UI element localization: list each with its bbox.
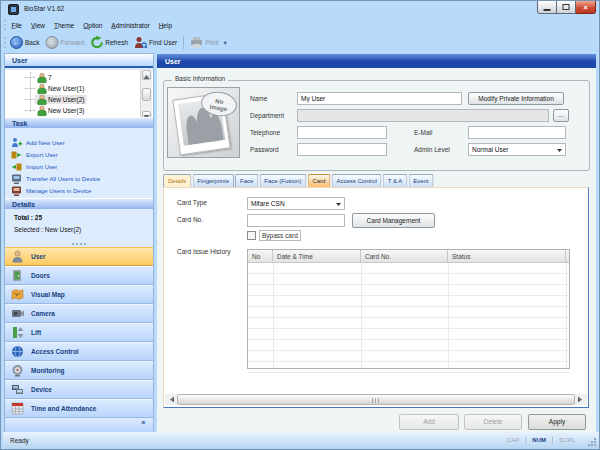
tree-scroll-thumb[interactable]	[142, 88, 151, 101]
nav-monitoring[interactable]: Monitoring	[5, 361, 153, 380]
bypass-card-checkbox[interactable]	[247, 231, 256, 240]
tree-item-new-user-2[interactable]: New User(2)	[5, 94, 86, 105]
task-transfer-all-users[interactable]: Transfer All Users to Device	[11, 173, 100, 185]
refresh-button[interactable]: Refresh	[87, 34, 131, 51]
tab-face-fusion[interactable]: Face (Fusion)	[259, 174, 306, 187]
maximize-button[interactable]	[557, 1, 576, 14]
toolbar-overflow-icon[interactable]: ▾	[224, 39, 227, 47]
menu-help[interactable]: Help	[154, 19, 176, 31]
tab-face[interactable]: Face	[235, 174, 258, 187]
delete-button[interactable]: Delete	[464, 414, 522, 430]
nav-overflow-icon[interactable]: »	[141, 419, 145, 427]
name-input[interactable]	[297, 92, 462, 105]
add-button[interactable]: Add	[399, 414, 459, 430]
add-user-icon	[11, 138, 22, 149]
task-add-new-user[interactable]: Add New User	[11, 137, 65, 149]
monitoring-icon	[11, 364, 24, 377]
card-type-label: Card Type	[177, 199, 207, 207]
password-label: Password	[250, 143, 279, 156]
selected-label: Selected : New User(2)	[14, 226, 81, 234]
menu-option[interactable]: Option	[79, 19, 107, 31]
status-cap: CAP	[501, 437, 526, 444]
task-export-user[interactable]: Export User	[11, 149, 58, 161]
dropdown-arrow-icon	[336, 203, 341, 209]
forward-button[interactable]: → Forward	[42, 34, 87, 51]
menu-administrator[interactable]: Administrator	[107, 19, 154, 31]
user-photo: No Image	[167, 87, 240, 158]
user-icon	[37, 73, 46, 82]
print-button[interactable]: Print	[187, 34, 221, 51]
horizontal-scrollbar[interactable]	[165, 394, 587, 405]
telephone-label: Telephone	[250, 126, 280, 139]
tree-item-new-user-3[interactable]: New User(3)	[5, 105, 86, 116]
nav-doors[interactable]: Doors	[5, 266, 153, 285]
department-input[interactable]	[297, 109, 549, 122]
modify-private-information-button[interactable]: Modify Private Information	[468, 92, 564, 105]
visual-map-icon	[11, 288, 24, 301]
tree-scroll-up[interactable]	[142, 70, 151, 80]
find-user-button[interactable]: Find User	[131, 34, 180, 51]
tab-fingerprints[interactable]: Fingerprints	[192, 174, 234, 187]
resize-grip[interactable]	[587, 437, 596, 446]
total-label: Total : 25	[14, 214, 42, 222]
sidebar: User 7 New User(1) New User(2) New User(…	[4, 53, 154, 432]
card-management-button[interactable]: Card Management	[352, 213, 435, 228]
app-icon	[8, 4, 19, 15]
card-issue-history-table: No Date & Time Card No. Status	[247, 249, 570, 369]
details-header: Details	[5, 198, 153, 209]
nav-camera[interactable]: Camera	[5, 304, 153, 323]
sidebar-nav: User Doors Visual Map Camera Lift Access…	[5, 247, 153, 418]
admin-level-select[interactable]: Normal User	[468, 143, 566, 156]
tab-details[interactable]: Details	[163, 174, 191, 187]
task-manage-users[interactable]: Manage Users in Device	[11, 185, 91, 197]
close-button[interactable]: ×	[576, 1, 596, 14]
tab-event[interactable]: Event	[408, 174, 433, 187]
time-attendance-icon	[11, 402, 24, 415]
tab-t-and-a[interactable]: T & A	[383, 174, 408, 187]
toolbar-separator	[183, 36, 184, 49]
card-no-input[interactable]	[247, 214, 345, 227]
nav-lift[interactable]: Lift	[5, 323, 153, 342]
main-panel: User Basic Information No Image Name Mod…	[157, 54, 596, 432]
back-button[interactable]: ← Back	[7, 34, 42, 51]
nav-user[interactable]: User	[5, 247, 153, 266]
card-type-select[interactable]: Mifare CSN	[247, 197, 345, 210]
apply-button[interactable]: Apply	[528, 414, 586, 430]
scroll-thumb[interactable]	[177, 394, 575, 405]
minimize-button[interactable]	[537, 1, 557, 14]
task-header: Task	[5, 117, 153, 128]
doors-icon	[11, 269, 24, 282]
scroll-left-arrow[interactable]	[165, 394, 176, 405]
menu-bar: File View Theme Option Administrator Hel…	[1, 17, 599, 33]
nav-device[interactable]: Device	[5, 380, 153, 399]
department-browse-button[interactable]: ...	[553, 109, 569, 122]
forward-icon: →	[45, 36, 58, 49]
import-icon	[11, 162, 22, 173]
email-input[interactable]	[468, 126, 566, 139]
device-icon	[11, 383, 24, 396]
bypass-card-label: Bypass card	[259, 230, 301, 241]
password-input[interactable]	[297, 143, 387, 156]
card-issue-history-label: Card Issue History	[177, 248, 230, 256]
nav-visual-map[interactable]: Visual Map	[5, 285, 153, 304]
nav-time-attendance[interactable]: Time and Attendance	[5, 399, 153, 418]
scroll-right-arrow[interactable]	[576, 394, 587, 405]
tree-item-7[interactable]: 7	[5, 72, 54, 83]
nav-access-control[interactable]: Access Control	[5, 342, 153, 361]
menu-theme[interactable]: Theme	[49, 19, 78, 31]
tab-access-control[interactable]: Access Control	[331, 174, 381, 187]
tree-scrollbar[interactable]	[140, 70, 152, 121]
menu-view[interactable]: View	[26, 19, 49, 31]
email-label: E-Mail	[414, 126, 432, 139]
name-label: Name	[250, 92, 267, 105]
tree-item-new-user-1[interactable]: New User(1)	[5, 83, 86, 94]
menu-file[interactable]: File	[7, 19, 26, 31]
refresh-icon	[90, 36, 103, 49]
task-import-user[interactable]: Import User	[11, 161, 57, 173]
manage-icon	[11, 186, 22, 197]
tab-card[interactable]: Card	[307, 174, 330, 187]
app-window: BioStar V1.62 × File View Theme Option A…	[0, 0, 600, 450]
transfer-icon	[11, 174, 22, 185]
user-tree: 7 New User(1) New User(2) New User(3)	[5, 70, 153, 121]
telephone-input[interactable]	[297, 126, 387, 139]
